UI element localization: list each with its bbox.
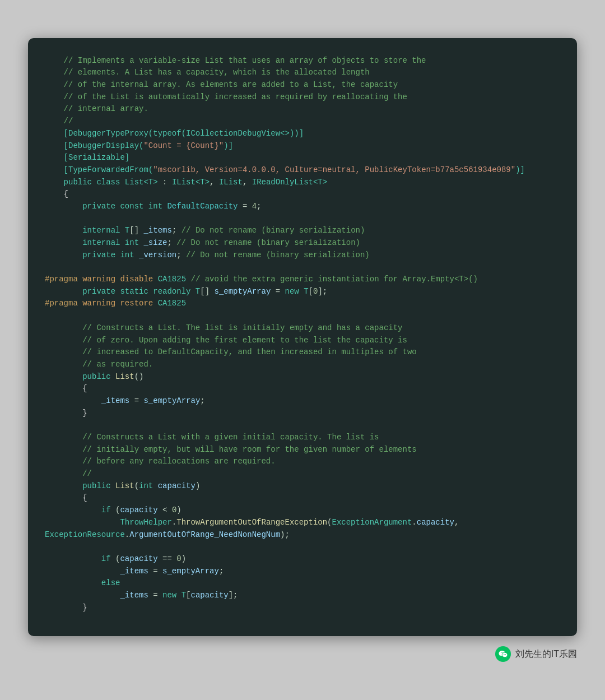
- code-window: // Implements a variable-size List that …: [28, 38, 577, 637]
- wechat-icon: [495, 646, 511, 662]
- code-content: // Implements a variable-size List that …: [45, 55, 560, 614]
- watermark: 刘先生的IT乐园: [28, 646, 577, 662]
- watermark-text: 刘先生的IT乐园: [515, 648, 577, 660]
